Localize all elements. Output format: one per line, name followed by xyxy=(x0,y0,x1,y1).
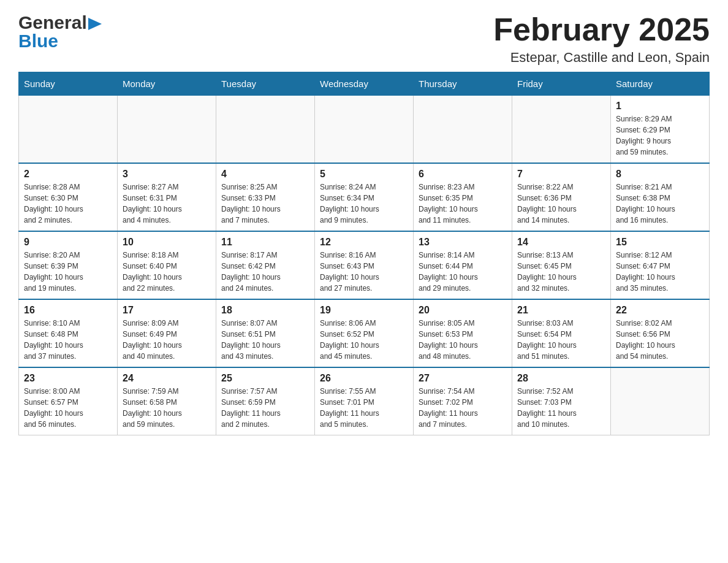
day-info: Sunrise: 8:16 AMSunset: 6:43 PMDaylight:… xyxy=(320,250,408,294)
calendar-day-cell: 27Sunrise: 7:54 AMSunset: 7:02 PMDayligh… xyxy=(414,367,512,435)
day-number: 18 xyxy=(221,305,309,316)
day-info: Sunrise: 8:25 AMSunset: 6:33 PMDaylight:… xyxy=(221,182,309,226)
day-number: 1 xyxy=(616,101,704,112)
calendar-day-cell: 25Sunrise: 7:57 AMSunset: 6:59 PMDayligh… xyxy=(216,367,315,435)
calendar-day-cell xyxy=(216,96,315,164)
day-info: Sunrise: 8:18 AMSunset: 6:40 PMDaylight:… xyxy=(123,250,211,294)
day-info: Sunrise: 8:27 AMSunset: 6:31 PMDaylight:… xyxy=(123,182,211,226)
day-info: Sunrise: 8:24 AMSunset: 6:34 PMDaylight:… xyxy=(320,182,408,226)
calendar-day-cell xyxy=(118,96,216,164)
day-number: 27 xyxy=(419,373,507,384)
calendar-day-cell: 17Sunrise: 8:09 AMSunset: 6:49 PMDayligh… xyxy=(118,299,216,367)
day-number: 22 xyxy=(616,305,704,316)
day-info: Sunrise: 7:54 AMSunset: 7:02 PMDaylight:… xyxy=(419,386,507,430)
day-info: Sunrise: 7:52 AMSunset: 7:03 PMDaylight:… xyxy=(517,386,605,430)
calendar-table: SundayMondayTuesdayWednesdayThursdayFrid… xyxy=(18,72,710,435)
calendar-week-row: 2Sunrise: 8:28 AMSunset: 6:30 PMDaylight… xyxy=(19,163,710,231)
day-info: Sunrise: 8:23 AMSunset: 6:35 PMDaylight:… xyxy=(419,182,507,226)
weekday-header-row: SundayMondayTuesdayWednesdayThursdayFrid… xyxy=(19,72,710,96)
weekday-header-saturday: Saturday xyxy=(611,72,710,96)
calendar-day-cell: 10Sunrise: 8:18 AMSunset: 6:40 PMDayligh… xyxy=(118,231,216,299)
calendar-day-cell: 7Sunrise: 8:22 AMSunset: 6:36 PMDaylight… xyxy=(512,163,611,231)
calendar-day-cell: 20Sunrise: 8:05 AMSunset: 6:53 PMDayligh… xyxy=(414,299,512,367)
logo: General Blue xyxy=(18,12,102,52)
day-info: Sunrise: 7:59 AMSunset: 6:58 PMDaylight:… xyxy=(123,386,211,430)
day-info: Sunrise: 8:20 AMSunset: 6:39 PMDaylight:… xyxy=(24,250,112,294)
calendar-day-cell: 14Sunrise: 8:13 AMSunset: 6:45 PMDayligh… xyxy=(512,231,611,299)
day-info: Sunrise: 8:22 AMSunset: 6:36 PMDaylight:… xyxy=(517,182,605,226)
day-info: Sunrise: 8:29 AMSunset: 6:29 PMDaylight:… xyxy=(616,113,704,158)
calendar-day-cell: 23Sunrise: 8:00 AMSunset: 6:57 PMDayligh… xyxy=(19,367,118,435)
day-info: Sunrise: 8:13 AMSunset: 6:45 PMDaylight:… xyxy=(517,250,605,294)
calendar-day-cell xyxy=(19,96,118,164)
day-number: 11 xyxy=(221,237,309,248)
calendar-day-cell: 15Sunrise: 8:12 AMSunset: 6:47 PMDayligh… xyxy=(611,231,710,299)
calendar-day-cell: 28Sunrise: 7:52 AMSunset: 7:03 PMDayligh… xyxy=(512,367,611,435)
calendar-day-cell: 9Sunrise: 8:20 AMSunset: 6:39 PMDaylight… xyxy=(19,231,118,299)
calendar-day-cell: 4Sunrise: 8:25 AMSunset: 6:33 PMDaylight… xyxy=(216,163,315,231)
day-info: Sunrise: 8:09 AMSunset: 6:49 PMDaylight:… xyxy=(123,318,211,362)
day-number: 26 xyxy=(320,373,408,384)
day-info: Sunrise: 8:10 AMSunset: 6:48 PMDaylight:… xyxy=(24,318,112,362)
day-info: Sunrise: 8:14 AMSunset: 6:44 PMDaylight:… xyxy=(419,250,507,294)
day-info: Sunrise: 8:28 AMSunset: 6:30 PMDaylight:… xyxy=(24,182,112,226)
day-info: Sunrise: 8:17 AMSunset: 6:42 PMDaylight:… xyxy=(221,250,309,294)
calendar-day-cell: 26Sunrise: 7:55 AMSunset: 7:01 PMDayligh… xyxy=(315,367,414,435)
day-number: 13 xyxy=(419,237,507,248)
calendar-day-cell: 12Sunrise: 8:16 AMSunset: 6:43 PMDayligh… xyxy=(315,231,414,299)
calendar-day-cell: 22Sunrise: 8:02 AMSunset: 6:56 PMDayligh… xyxy=(611,299,710,367)
svg-marker-0 xyxy=(88,18,102,30)
calendar-day-cell: 1Sunrise: 8:29 AMSunset: 6:29 PMDaylight… xyxy=(611,96,710,164)
weekday-header-sunday: Sunday xyxy=(19,72,118,96)
day-number: 7 xyxy=(517,169,605,180)
calendar-day-cell xyxy=(512,96,611,164)
day-info: Sunrise: 8:05 AMSunset: 6:53 PMDaylight:… xyxy=(419,318,507,362)
day-number: 10 xyxy=(123,237,211,248)
day-info: Sunrise: 8:12 AMSunset: 6:47 PMDaylight:… xyxy=(616,250,704,294)
calendar-day-cell: 5Sunrise: 8:24 AMSunset: 6:34 PMDaylight… xyxy=(315,163,414,231)
calendar-day-cell xyxy=(414,96,512,164)
day-info: Sunrise: 8:00 AMSunset: 6:57 PMDaylight:… xyxy=(24,386,112,430)
day-number: 15 xyxy=(616,237,704,248)
calendar-day-cell: 19Sunrise: 8:06 AMSunset: 6:52 PMDayligh… xyxy=(315,299,414,367)
calendar-day-cell xyxy=(315,96,414,164)
day-number: 23 xyxy=(24,373,112,384)
day-number: 4 xyxy=(221,169,309,180)
calendar-day-cell: 21Sunrise: 8:03 AMSunset: 6:54 PMDayligh… xyxy=(512,299,611,367)
calendar-week-row: 23Sunrise: 8:00 AMSunset: 6:57 PMDayligh… xyxy=(19,367,710,435)
calendar-week-row: 9Sunrise: 8:20 AMSunset: 6:39 PMDaylight… xyxy=(19,231,710,299)
calendar-day-cell: 24Sunrise: 7:59 AMSunset: 6:58 PMDayligh… xyxy=(118,367,216,435)
weekday-header-monday: Monday xyxy=(118,72,216,96)
logo-general-text: General xyxy=(18,12,87,33)
day-number: 9 xyxy=(24,237,112,248)
day-number: 19 xyxy=(320,305,408,316)
day-number: 24 xyxy=(123,373,211,384)
day-number: 3 xyxy=(123,169,211,180)
calendar-week-row: 1Sunrise: 8:29 AMSunset: 6:29 PMDaylight… xyxy=(19,96,710,164)
day-number: 21 xyxy=(517,305,605,316)
day-number: 25 xyxy=(221,373,309,384)
calendar-day-cell: 16Sunrise: 8:10 AMSunset: 6:48 PMDayligh… xyxy=(19,299,118,367)
day-info: Sunrise: 8:06 AMSunset: 6:52 PMDaylight:… xyxy=(320,318,408,362)
calendar-day-cell: 11Sunrise: 8:17 AMSunset: 6:42 PMDayligh… xyxy=(216,231,315,299)
weekday-header-thursday: Thursday xyxy=(414,72,512,96)
logo-arrow-icon xyxy=(88,18,102,30)
day-number: 28 xyxy=(517,373,605,384)
day-info: Sunrise: 8:07 AMSunset: 6:51 PMDaylight:… xyxy=(221,318,309,362)
logo-blue-text: Blue xyxy=(18,31,58,52)
calendar-day-cell: 8Sunrise: 8:21 AMSunset: 6:38 PMDaylight… xyxy=(611,163,710,231)
day-info: Sunrise: 7:57 AMSunset: 6:59 PMDaylight:… xyxy=(221,386,309,430)
day-info: Sunrise: 8:02 AMSunset: 6:56 PMDaylight:… xyxy=(616,318,704,362)
calendar-day-cell: 13Sunrise: 8:14 AMSunset: 6:44 PMDayligh… xyxy=(414,231,512,299)
day-number: 5 xyxy=(320,169,408,180)
title-section: February 2025 Estepar, Castille and Leon… xyxy=(493,12,710,66)
calendar-day-cell: 6Sunrise: 8:23 AMSunset: 6:35 PMDaylight… xyxy=(414,163,512,231)
day-info: Sunrise: 8:21 AMSunset: 6:38 PMDaylight:… xyxy=(616,182,704,226)
month-title: February 2025 xyxy=(493,12,710,47)
page-header: General Blue February 2025 Estepar, Cast… xyxy=(18,12,710,66)
weekday-header-friday: Friday xyxy=(512,72,611,96)
day-info: Sunrise: 8:03 AMSunset: 6:54 PMDaylight:… xyxy=(517,318,605,362)
day-number: 8 xyxy=(616,169,704,180)
calendar-day-cell xyxy=(611,367,710,435)
day-number: 6 xyxy=(419,169,507,180)
